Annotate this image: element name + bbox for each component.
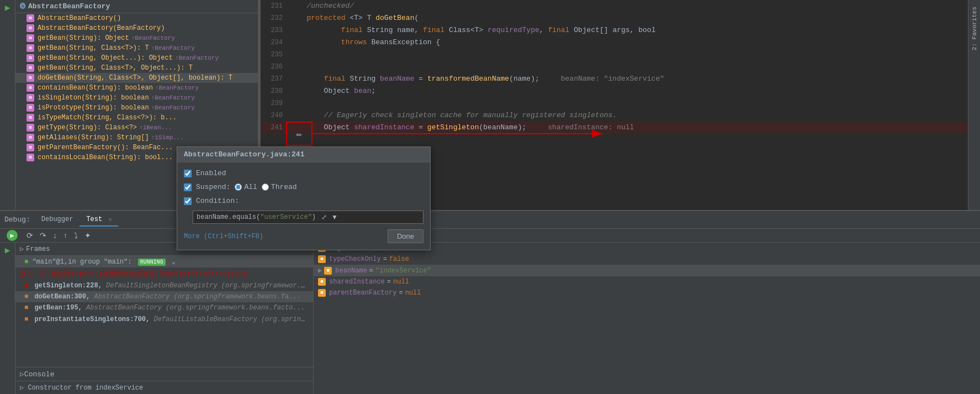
- method-icon: m: [27, 154, 34, 161]
- debug-main: ▶ ▷ Frames ■ "main"@1,in group "main": R…: [0, 243, 980, 394]
- method-icon: m: [27, 24, 34, 32]
- list-item[interactable]: m getAliases(String): String[] ↑1Simp...: [15, 133, 258, 143]
- suspend-label: Suspend:: [196, 183, 230, 191]
- list-item[interactable]: m isPrototype(String): boolean ↑BeanFact…: [15, 103, 258, 113]
- list-item[interactable]: m doGetBean(String, Class<T>, Object[], …: [15, 73, 258, 83]
- structure-icon[interactable]: ▶: [2, 2, 13, 13]
- favorites-label[interactable]: 2: Favorites: [970, 4, 979, 52]
- evaluate-button[interactable]: ✦: [82, 230, 93, 241]
- debug-toolbar: ▶ ⟳ ↷ ↓ ↑ ⤵ ✦: [0, 229, 980, 243]
- enabled-label: Enabled: [196, 169, 226, 177]
- rerun-button[interactable]: ⟳: [24, 230, 35, 241]
- list-item[interactable]: m getBean(String): Object ↑BeanFactory: [15, 33, 258, 43]
- more-link[interactable]: More (Ctrl+Shift+F8): [184, 232, 263, 241]
- method-icon: m: [27, 74, 34, 82]
- enabled-checkbox[interactable]: [184, 170, 192, 177]
- var-icon: ■: [318, 255, 326, 263]
- method-icon: m: [27, 84, 34, 92]
- dialog-suspend-row: Suspend: All Thread: [184, 183, 423, 191]
- list-item[interactable]: m getBean(String, Class<T>): T ↑BeanFact…: [15, 43, 258, 53]
- chinese-annotation: 点击一下,就会进inject()就接到到当前这里,并执行getSingleton…: [15, 267, 313, 280]
- list-item[interactable]: m getBean(String, Class<T>, Object...): …: [15, 63, 258, 73]
- list-item[interactable]: m getBean(String, Object...): Object ↑Be…: [15, 53, 258, 63]
- var-item[interactable]: ▶ ■ beanName = "indexService": [314, 265, 980, 276]
- step-over-button[interactable]: ↷: [38, 230, 49, 241]
- suspend-checkbox[interactable]: [184, 183, 192, 191]
- code-line-234: 234 throws BeansException {: [261, 36, 968, 49]
- list-item[interactable]: m getType(String): Class<?> ↑1Bean...: [15, 123, 258, 133]
- resume-icon[interactable]: ▶: [7, 230, 18, 241]
- method-icon: m: [27, 124, 34, 132]
- list-item[interactable]: m AbstractBeanFactory(BeanFactory): [15, 23, 258, 33]
- list-item[interactable]: m isTypeMatch(String, Class<?>): b...: [15, 113, 258, 123]
- method-icon: m: [27, 104, 34, 112]
- main-area: ▶ 🅐 AbstractBeanFactory m AbstractBeanFa…: [0, 0, 980, 210]
- favorites-sidebar: 2: Favorites: [968, 0, 980, 210]
- code-line-231: 231 /unchecked/: [261, 0, 968, 12]
- condition-checkbox[interactable]: [184, 197, 192, 205]
- code-line-238: 238 Object bean;: [261, 85, 968, 97]
- class-icon: 🅐: [20, 3, 26, 10]
- var-icon: ■: [324, 267, 332, 275]
- frame-item[interactable]: ■ getBean:195, AbstractBeanFactory (org.…: [15, 302, 313, 313]
- code-line-232: 232 protected <T> T doGetBean(: [261, 12, 968, 24]
- condition-input-container: beanName.equals("userService") ⤢ ▼: [193, 211, 423, 224]
- done-button[interactable]: Done: [388, 229, 423, 243]
- var-item[interactable]: ■ sharedInstance = null: [314, 276, 980, 287]
- frames-list: ■ "main"@1,in group "main": RUNNING ⌄ 点击…: [15, 256, 313, 367]
- debug-tabs: Debug: Debugger Test ✕: [0, 211, 980, 229]
- method-icon: m: [27, 14, 34, 22]
- var-item[interactable]: ■ typeCheckOnly = false: [314, 254, 980, 265]
- debug-left-icons: ▶: [0, 243, 15, 394]
- method-icon: m: [27, 64, 34, 72]
- code-line-239: 239: [261, 97, 968, 109]
- list-item[interactable]: m containsBean(String): boolean ↑BeanFac…: [15, 83, 258, 93]
- code-line-235: 235: [261, 49, 968, 61]
- method-icon: m: [27, 34, 34, 42]
- breakpoint-box[interactable]: ✏️: [286, 122, 312, 146]
- debug-area: Debug: Debugger Test ✕ ▶ ⟳ ↷ ↓ ↑ ⤵ ✦: [0, 210, 980, 394]
- step-into-button[interactable]: ↓: [51, 230, 59, 241]
- list-item[interactable]: m AbstractBeanFactory(): [15, 13, 258, 23]
- class-name: AbstractBeanFactory: [28, 2, 110, 10]
- frame-item[interactable]: ■ preInstantiateSingletons:700, DefaultL…: [15, 313, 313, 325]
- tab-debugger[interactable]: Debugger: [35, 213, 80, 227]
- frame-item[interactable]: ■ "main"@1,in group "main": RUNNING ⌄: [15, 256, 313, 267]
- step-out-button[interactable]: ↑: [61, 230, 70, 241]
- dialog-title: AbstractBeanFactory.java:241: [177, 147, 430, 162]
- code-line-237: 237 final String beanName = transformedB…: [261, 73, 968, 85]
- var-icon: ■: [318, 289, 326, 297]
- tab-test[interactable]: Test ✕: [80, 213, 118, 227]
- suspend-all-radio[interactable]: [235, 183, 242, 191]
- left-icons-panel: ▶: [0, 0, 15, 210]
- frame-item[interactable]: ■ doGetBean:300, AbstractBeanFactory (or…: [15, 291, 313, 302]
- code-content: 231 /unchecked/ 232 protected <T> T doGe…: [261, 0, 968, 134]
- var-item[interactable]: ■ parentBeanFactory = null: [314, 287, 980, 298]
- list-item[interactable]: m isSingleton(String): boolean ↑BeanFact…: [15, 93, 258, 103]
- dialog-enabled-row: Enabled: [184, 169, 423, 177]
- method-icon: m: [27, 114, 34, 122]
- condition-label: Condition:: [196, 197, 239, 205]
- code-line-240: 240 // Eagerly check singleton cache for…: [261, 109, 968, 122]
- code-line-233: 233 final String name, final Class<T> re…: [261, 24, 968, 36]
- frame-item[interactable]: ■ getSingleton:228, DefaultSingletonBean…: [15, 280, 313, 291]
- console-section[interactable]: ▷ Console: [15, 367, 313, 381]
- dialog-condition-row: Condition:: [184, 197, 423, 205]
- run-to-cursor-button[interactable]: ⤵: [72, 230, 80, 241]
- breakpoint-dialog: AbstractBeanFactory.java:241 Enabled Sus…: [177, 146, 431, 250]
- dropdown-button[interactable]: ▼: [329, 212, 340, 222]
- expand-button[interactable]: ⤢: [319, 212, 329, 222]
- debug-resume-icon[interactable]: ▶: [2, 245, 13, 256]
- debug-tab-label: Debug:: [4, 216, 30, 224]
- tab-close-icon[interactable]: ✕: [108, 217, 112, 223]
- method-icon: m: [27, 44, 34, 52]
- thread-label: Thread: [271, 183, 297, 191]
- frames-panel: ▷ Frames ■ "main"@1,in group "main": RUN…: [15, 243, 314, 394]
- code-line-236: 236: [261, 61, 968, 73]
- method-icon: m: [27, 144, 34, 151]
- method-icon: m: [27, 134, 34, 141]
- suspend-thread-radio[interactable]: [262, 183, 269, 191]
- sidebar-header: 🅐 AbstractBeanFactory: [15, 0, 258, 13]
- method-icon: m: [27, 54, 34, 62]
- var-icon: ■: [318, 278, 326, 286]
